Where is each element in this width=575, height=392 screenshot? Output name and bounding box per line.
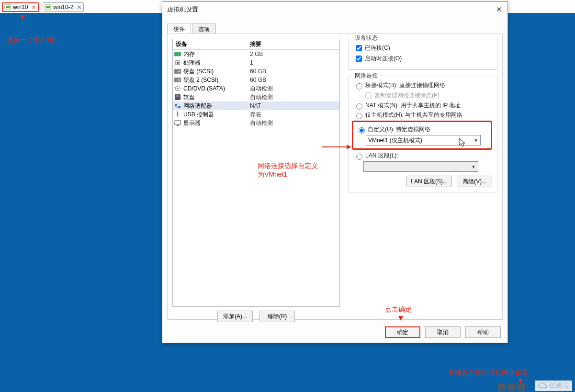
status-tray — [498, 384, 525, 391]
vm-tab-label: win10 — [13, 4, 28, 11]
fieldset-title: 设备状态 — [353, 34, 380, 42]
hw-summary: 60 GB — [247, 77, 339, 83]
network-extra-buttons: LAN 区段(S)... 高级(V)... — [354, 176, 492, 187]
replicate-label: 复制物理网络连接状态(P) — [374, 91, 440, 100]
help-button[interactable]: 帮助 — [465, 326, 501, 338]
custom-radio-row[interactable]: 自定义(U): 特定虚拟网络 — [356, 125, 488, 134]
svg-rect-9 — [177, 62, 179, 64]
svg-rect-1 — [6, 6, 10, 8]
advanced-button[interactable]: 高级(V)... — [457, 176, 492, 187]
disk-icon — [173, 78, 182, 82]
hw-summary: 1 — [247, 59, 339, 66]
svg-rect-19 — [178, 106, 180, 108]
vm-tab-bar: win10 ✕ win10-2 ✕ — [2, 2, 84, 12]
connected-label: 已连接(C) — [365, 44, 390, 52]
chevron-down-icon: ▼ — [471, 164, 476, 169]
fieldset-title: 网络连接 — [353, 72, 380, 80]
hostonly-label: 仅主机模式(H): 与主机共享的专用网络 — [365, 111, 462, 119]
hw-disk1[interactable]: 硬盘 (SCSI) 60 GB — [173, 67, 339, 76]
tray-disk-icon[interactable] — [498, 384, 506, 391]
close-icon[interactable]: ✕ — [31, 4, 36, 10]
hw-summary: 2 GB — [247, 51, 339, 57]
bridged-radio[interactable] — [356, 83, 362, 90]
annotation-arrow-down-icon — [518, 379, 523, 384]
hw-cpu[interactable]: 处理器 1 — [173, 58, 339, 67]
hardware-list: 设备 摘要 内存 2 GB 处理器 1 硬盘 (SCSI) 60 GB 硬盘 2… — [172, 39, 340, 307]
add-hardware-button[interactable]: 添加(A)... — [217, 311, 253, 322]
col-summary: 摘要 — [247, 40, 339, 48]
hw-name: 处理器 — [182, 59, 247, 67]
ok-button[interactable]: 确定 — [385, 326, 420, 338]
svg-point-11 — [178, 70, 180, 72]
connected-checkbox[interactable] — [356, 45, 362, 51]
dialog-pane: 设备 摘要 内存 2 GB 处理器 1 硬盘 (SCSI) 60 GB 硬盘 2… — [167, 34, 503, 320]
close-icon[interactable]: ✕ — [76, 4, 82, 10]
cloud-icon — [538, 382, 547, 389]
cancel-button[interactable]: 取消 — [425, 326, 461, 338]
custom-network-value: VMnet1 (仅主机模式) — [368, 136, 422, 145]
watermark-text: 亿速云 — [549, 381, 569, 390]
hw-name: 硬盘 (SCSI) — [182, 67, 247, 76]
replicate-checkbox-row: 复制物理网络连接状态(P) — [363, 91, 492, 100]
tray-network-icon[interactable] — [517, 384, 525, 391]
network-connection-fieldset: 网络连接 桥接模式(B): 直接连接物理网络 复制物理网络连接状态(P) NAT… — [349, 76, 497, 192]
annotation-arrow-down-icon — [398, 316, 403, 321]
hw-memory[interactable]: 内存 2 GB — [173, 50, 339, 58]
hw-name: USB 控制器 — [182, 111, 247, 119]
hw-network-adapter[interactable]: 网络适配器 NAT — [173, 101, 339, 110]
watermark: 亿速云 — [535, 381, 572, 391]
hardware-list-header: 设备 摘要 — [173, 39, 339, 50]
cpu-icon — [173, 60, 182, 66]
connect-at-start-checkbox-row[interactable]: 启动时连接(O) — [354, 54, 492, 63]
lan-segment-select: ▼ — [363, 161, 478, 172]
svg-rect-22 — [177, 125, 179, 126]
hw-floppy[interactable]: 软盘 自动检测 — [173, 93, 339, 101]
network-icon — [173, 103, 182, 109]
dialog-footer: 确定 取消 帮助 — [385, 326, 501, 338]
tray-cd-icon[interactable] — [507, 384, 515, 391]
svg-point-15 — [177, 88, 179, 90]
hw-name: 软盘 — [182, 93, 247, 101]
device-state-fieldset: 设备状态 已连接(C) 启动时连接(O) — [349, 38, 497, 70]
nat-label: NAT 模式(N): 用于共享主机的 IP 地址 — [365, 101, 461, 110]
dialog-close-button[interactable]: ✕ — [494, 5, 504, 14]
settings-right-panel: 设备状态 已连接(C) 启动时连接(O) 网络连接 桥接模式(B): 直接连接物… — [349, 38, 497, 198]
vm-tab-win10[interactable]: win10 ✕ — [2, 2, 39, 12]
remove-hardware-button[interactable]: 移除(R) — [259, 311, 295, 322]
hw-summary: 存在 — [247, 111, 339, 119]
hw-summary: NAT — [247, 102, 339, 109]
bridged-radio-row[interactable]: 桥接模式(B): 直接连接物理网络 — [354, 81, 492, 90]
annotation-arrow-right-icon — [322, 146, 350, 147]
nat-radio[interactable] — [356, 103, 362, 110]
lan-segment-radio[interactable] — [356, 154, 362, 160]
connected-checkbox-row[interactable]: 已连接(C) — [354, 44, 492, 53]
hw-name: 显示器 — [182, 119, 247, 127]
custom-radio[interactable] — [359, 127, 365, 134]
bridged-label: 桥接模式(B): 直接连接物理网络 — [365, 81, 445, 90]
hostonly-radio[interactable] — [356, 113, 362, 119]
display-icon — [173, 120, 182, 126]
col-device: 设备 — [173, 40, 247, 48]
lan-segments-button[interactable]: LAN 区段(S)... — [406, 176, 452, 187]
memory-icon — [173, 52, 182, 56]
hw-cd[interactable]: CD/DVD (SATA) 自动检测 — [173, 84, 339, 93]
hw-summary: 自动检测 — [247, 93, 339, 101]
svg-rect-5 — [175, 56, 176, 56]
hw-name: CD/DVD (SATA) — [182, 85, 247, 92]
connect-at-start-checkbox[interactable] — [356, 56, 362, 62]
lan-segment-radio-row[interactable]: LAN 区段(L): — [354, 152, 492, 160]
replicate-checkbox — [365, 92, 372, 99]
cd-icon — [173, 86, 182, 91]
vm-tab-win10-2[interactable]: win10-2 ✕ — [43, 2, 84, 12]
svg-rect-21 — [175, 121, 180, 124]
hw-summary: 60 GB — [247, 68, 339, 75]
hw-disk2[interactable]: 硬盘 2 (SCSI) 60 GB — [173, 76, 339, 84]
hw-display[interactable]: 显示器 自动检测 — [173, 119, 339, 127]
hw-usb[interactable]: USB 控制器 存在 — [173, 110, 339, 119]
vm-icon — [4, 4, 11, 11]
floppy-icon — [173, 94, 182, 100]
nat-radio-row[interactable]: NAT 模式(N): 用于共享主机的 IP 地址 — [354, 101, 492, 110]
custom-network-select[interactable]: VMnet1 (仅主机模式) ▼ — [366, 135, 481, 146]
hostonly-radio-row[interactable]: 仅主机模式(H): 与主机共享的专用网络 — [354, 111, 492, 119]
custom-label: 自定义(U): 特定虚拟网络 — [368, 125, 430, 134]
